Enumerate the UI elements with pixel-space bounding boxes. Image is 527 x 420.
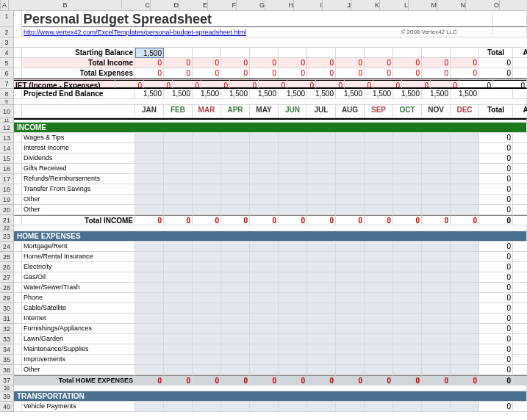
data-cell[interactable] — [393, 293, 422, 303]
data-cell[interactable] — [164, 262, 193, 272]
data-cell[interactable] — [279, 174, 307, 184]
source-link[interactable]: http://www.vertex42.com/ExcelTemplates/p… — [24, 29, 246, 36]
data-cell[interactable] — [164, 195, 193, 205]
data-cell[interactable] — [279, 143, 307, 153]
item-label[interactable]: Cable/Satellite — [22, 303, 135, 314]
data-cell[interactable] — [193, 262, 221, 272]
data-cell[interactable] — [365, 195, 393, 205]
data-cell[interactable] — [336, 314, 365, 324]
data-cell[interactable] — [279, 133, 307, 143]
data-cell[interactable] — [451, 283, 479, 293]
data-cell[interactable] — [221, 355, 250, 365]
data-cell[interactable] — [393, 184, 422, 195]
data-cell[interactable] — [221, 293, 250, 303]
data-cell[interactable] — [365, 272, 393, 283]
data-cell[interactable] — [250, 153, 279, 164]
data-cell[interactable] — [221, 272, 250, 283]
data-cell[interactable] — [307, 344, 336, 355]
data-cell[interactable] — [393, 164, 422, 174]
data-cell[interactable] — [365, 174, 393, 184]
data-cell[interactable] — [164, 143, 193, 153]
item-label[interactable]: Refunds/Reimbursements — [22, 174, 135, 184]
data-cell[interactable] — [279, 344, 307, 355]
data-cell[interactable] — [307, 303, 336, 314]
data-cell[interactable] — [135, 174, 164, 184]
data-cell[interactable] — [250, 293, 279, 303]
data-cell[interactable] — [193, 133, 221, 143]
item-label[interactable]: Wages & Tips — [22, 133, 135, 143]
data-cell[interactable] — [135, 133, 164, 143]
col-H[interactable]: H — [265, 0, 294, 10]
data-cell[interactable] — [164, 242, 193, 252]
data-cell[interactable] — [135, 334, 164, 344]
data-cell[interactable] — [279, 195, 307, 205]
item-label[interactable]: Interest Income — [22, 143, 135, 153]
item-label[interactable]: Transfer From Savings — [22, 184, 135, 195]
item-label[interactable]: Phone — [22, 293, 135, 303]
data-cell[interactable] — [164, 174, 193, 184]
data-cell[interactable] — [422, 195, 451, 205]
data-cell[interactable] — [164, 184, 193, 195]
row-2[interactable]: 2 — [0, 27, 14, 37]
data-cell[interactable] — [451, 324, 479, 334]
data-cell[interactable] — [451, 303, 479, 314]
col-F[interactable]: F — [208, 0, 237, 10]
data-cell[interactable] — [221, 402, 250, 412]
data-cell[interactable] — [193, 314, 221, 324]
data-cell[interactable] — [135, 262, 164, 272]
data-cell[interactable] — [451, 195, 479, 205]
data-cell[interactable] — [336, 164, 365, 174]
data-cell[interactable] — [393, 262, 422, 272]
data-cell[interactable] — [451, 314, 479, 324]
data-cell[interactable] — [365, 344, 393, 355]
data-cell[interactable] — [422, 293, 451, 303]
data-cell[interactable] — [422, 252, 451, 262]
data-cell[interactable] — [135, 283, 164, 293]
data-cell[interactable] — [336, 133, 365, 143]
col-P[interactable]: P — [500, 0, 527, 10]
data-cell[interactable] — [393, 205, 422, 215]
data-cell[interactable] — [135, 195, 164, 205]
data-cell[interactable] — [193, 283, 221, 293]
data-cell[interactable] — [221, 303, 250, 314]
data-cell[interactable] — [250, 334, 279, 344]
data-cell[interactable] — [193, 153, 221, 164]
data-cell[interactable] — [365, 402, 393, 412]
data-cell[interactable] — [422, 174, 451, 184]
data-cell[interactable] — [279, 334, 307, 344]
data-cell[interactable] — [336, 365, 365, 375]
data-cell[interactable] — [365, 164, 393, 174]
col-L[interactable]: L — [380, 0, 409, 10]
data-cell[interactable] — [393, 365, 422, 375]
data-cell[interactable] — [279, 252, 307, 262]
data-cell[interactable] — [193, 303, 221, 314]
data-cell[interactable] — [307, 164, 336, 174]
data-cell[interactable] — [307, 365, 336, 375]
data-cell[interactable] — [307, 355, 336, 365]
data-cell[interactable] — [422, 153, 451, 164]
data-cell[interactable] — [164, 252, 193, 262]
data-cell[interactable] — [279, 184, 307, 195]
data-cell[interactable] — [279, 355, 307, 365]
col-K[interactable]: K — [351, 0, 380, 10]
data-cell[interactable] — [422, 143, 451, 153]
data-cell[interactable] — [135, 303, 164, 314]
item-label[interactable]: Internet — [22, 314, 135, 324]
data-cell[interactable] — [135, 242, 164, 252]
data-cell[interactable] — [250, 365, 279, 375]
data-cell[interactable] — [422, 324, 451, 334]
data-cell[interactable] — [365, 242, 393, 252]
data-cell[interactable] — [307, 133, 336, 143]
col-E[interactable]: E — [179, 0, 208, 10]
data-cell[interactable] — [393, 195, 422, 205]
item-label[interactable]: Mortgage/Rent — [22, 242, 135, 252]
data-cell[interactable] — [422, 184, 451, 195]
data-cell[interactable] — [279, 365, 307, 375]
data-cell[interactable] — [221, 184, 250, 195]
data-cell[interactable] — [221, 334, 250, 344]
data-cell[interactable] — [336, 283, 365, 293]
data-cell[interactable] — [250, 184, 279, 195]
data-cell[interactable] — [307, 242, 336, 252]
data-cell[interactable] — [451, 272, 479, 283]
data-cell[interactable] — [451, 252, 479, 262]
